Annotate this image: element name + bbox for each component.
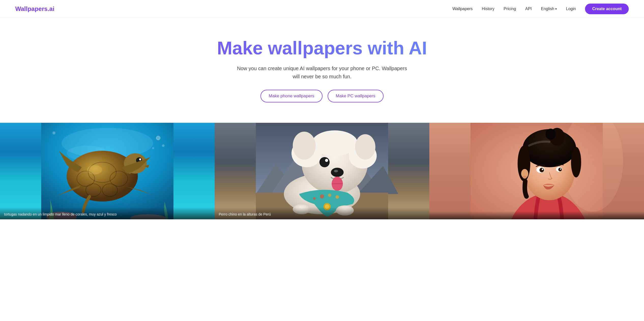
svg-point-41 [328, 194, 331, 197]
svg-point-38 [334, 170, 338, 172]
gallery-item-girl[interactable] [429, 123, 644, 219]
nav-api[interactable]: API [525, 7, 532, 11]
logo[interactable]: Wallpapers.ai [15, 5, 54, 12]
svg-point-56 [571, 147, 581, 177]
svg-point-43 [335, 195, 339, 199]
svg-point-40 [320, 194, 324, 198]
gallery-caption-turtle: tortugas nadando en un limpido mar lleno… [0, 207, 215, 219]
svg-point-13 [87, 165, 102, 174]
hero-section: Make wallpapers with AI Now you can crea… [0, 18, 644, 118]
girl-illustration [429, 123, 644, 219]
svg-point-34 [319, 157, 330, 167]
svg-point-36 [326, 159, 328, 161]
svg-point-33 [355, 134, 375, 160]
svg-point-59 [542, 169, 543, 170]
svg-point-42 [313, 197, 316, 200]
gallery-caption-girl [429, 211, 644, 219]
login-link[interactable]: Login [566, 7, 576, 11]
svg-point-32 [293, 132, 316, 160]
hero-subtitle: Now you can create unique AI wallpapers … [233, 64, 411, 81]
gallery: tortugas nadando en un limpido mar lleno… [0, 123, 644, 219]
nav-wallpapers[interactable]: Wallpapers [452, 7, 473, 11]
svg-point-58 [539, 168, 544, 172]
nav-pricing[interactable]: Pricing [504, 7, 516, 11]
svg-point-54 [546, 129, 556, 140]
svg-point-37 [331, 168, 344, 177]
svg-point-5 [152, 147, 154, 149]
svg-point-62 [560, 169, 561, 170]
svg-point-4 [162, 144, 165, 147]
svg-point-6 [52, 131, 55, 134]
svg-point-3 [156, 136, 160, 140]
gallery-item-dog[interactable]: Perro chino en la alturas de Perú [215, 123, 429, 219]
dog-illustration [215, 123, 429, 219]
language-selector[interactable]: English [541, 7, 557, 11]
header: Wallpapers.ai Wallpapers History Pricing… [0, 0, 644, 18]
hero-buttons: Make phone wallpapers Make PC wallpapers [5, 90, 639, 102]
nav-history[interactable]: History [482, 7, 494, 11]
make-phone-wallpapers-button[interactable]: Make phone wallpapers [260, 90, 323, 102]
gallery-caption-dog: Perro chino en la alturas de Perú [215, 207, 429, 219]
svg-point-17 [140, 159, 141, 160]
svg-point-61 [558, 168, 562, 171]
create-account-button[interactable]: Create account [585, 4, 629, 14]
svg-point-64 [523, 176, 527, 179]
hero-title: Make wallpapers with AI [5, 38, 639, 58]
turtle-illustration [0, 123, 215, 219]
nav: Wallpapers History Pricing API English L… [452, 4, 629, 14]
make-pc-wallpapers-button[interactable]: Make PC wallpapers [328, 90, 384, 102]
svg-point-31 [312, 130, 358, 156]
gallery-item-turtle[interactable]: tortugas nadando en un limpido mar lleno… [0, 123, 215, 219]
